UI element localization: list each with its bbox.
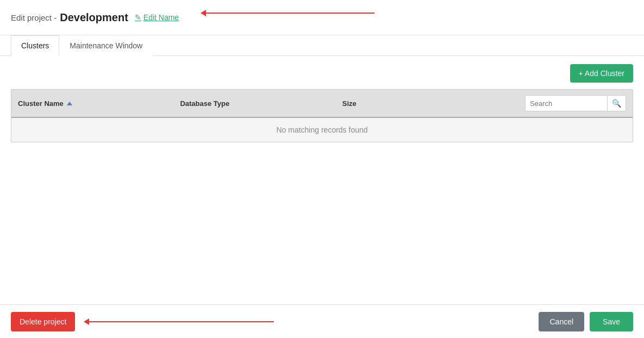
tab-maintenance-window-label: Maintenance Window xyxy=(70,41,142,50)
save-button[interactable]: Save xyxy=(590,312,633,331)
footer-left: Delete project xyxy=(11,312,274,331)
project-name: Development xyxy=(60,11,128,24)
table-header-row: Cluster Name Database Type Size 🔍 xyxy=(11,90,633,118)
arrow-annotation xyxy=(201,10,374,16)
sort-asc-icon[interactable] xyxy=(67,102,72,105)
footer-right: Cancel Save xyxy=(539,312,633,331)
save-label: Save xyxy=(603,317,620,326)
cancel-button[interactable]: Cancel xyxy=(539,312,584,331)
edit-name-label: Edit Name xyxy=(143,13,179,22)
page-header: Edit project - Development ✎ Edit Name xyxy=(0,0,644,35)
tab-maintenance-window[interactable]: Maintenance Window xyxy=(59,35,153,56)
cluster-name-header: Cluster Name xyxy=(18,99,64,108)
table-empty-message: No matching records found xyxy=(11,118,633,142)
arrow-head-icon xyxy=(201,10,206,16)
pencil-icon: ✎ xyxy=(135,13,141,22)
toolbar: + Add Cluster xyxy=(11,64,633,83)
footer-arrow-line xyxy=(89,321,274,322)
column-cluster-name: Cluster Name xyxy=(18,99,180,108)
table-search-area: 🔍 xyxy=(504,95,626,111)
add-cluster-button[interactable]: + Add Cluster xyxy=(570,64,633,83)
tabs-container: Clusters Maintenance Window xyxy=(0,35,644,56)
column-database-type: Database Type xyxy=(180,99,342,108)
delete-label: Delete project xyxy=(20,317,66,326)
search-input[interactable] xyxy=(526,97,607,110)
search-wrapper: 🔍 xyxy=(525,95,626,111)
add-cluster-label: + Add Cluster xyxy=(579,69,624,78)
page-footer: Delete project Cancel Save xyxy=(0,304,644,338)
footer-arrow-annotation xyxy=(84,318,274,325)
edit-project-label: Edit project - xyxy=(11,13,57,22)
search-icon: 🔍 xyxy=(612,99,621,108)
search-button[interactable]: 🔍 xyxy=(607,96,626,111)
tab-clusters[interactable]: Clusters xyxy=(11,35,59,56)
cancel-label: Cancel xyxy=(549,317,573,326)
empty-message-text: No matching records found xyxy=(276,126,367,134)
tab-clusters-label: Clusters xyxy=(21,41,49,50)
clusters-table: Cluster Name Database Type Size 🔍 No mat… xyxy=(11,89,633,142)
edit-name-link[interactable]: ✎ Edit Name xyxy=(135,13,179,22)
size-header: Size xyxy=(342,99,357,108)
column-size: Size xyxy=(342,99,504,108)
footer-arrow-head-icon xyxy=(84,318,89,325)
delete-project-button[interactable]: Delete project xyxy=(11,312,75,331)
main-content: + Add Cluster Cluster Name Database Type… xyxy=(0,56,644,304)
database-type-header: Database Type xyxy=(180,99,229,108)
arrow-line xyxy=(206,12,374,14)
